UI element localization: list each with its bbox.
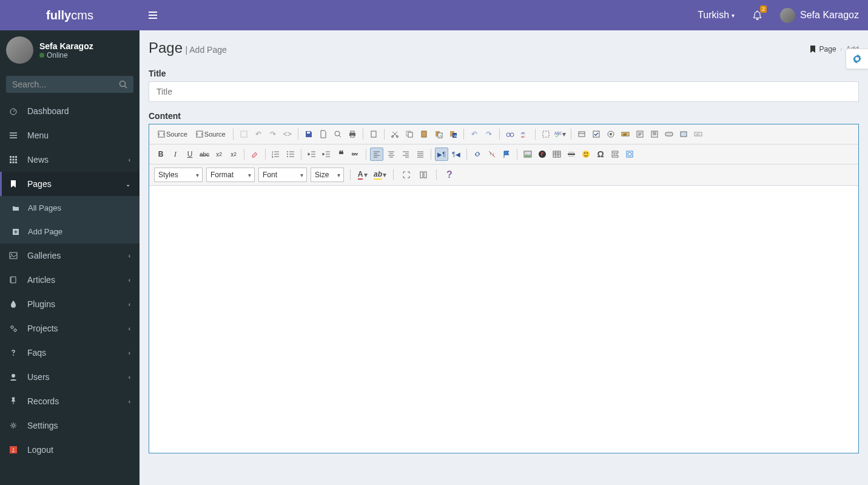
cut-button[interactable]	[388, 127, 402, 141]
indent-button[interactable]	[320, 148, 333, 161]
subscript-button[interactable]: x2	[212, 148, 226, 161]
search-icon[interactable]	[119, 80, 127, 89]
selectall-button[interactable]	[539, 127, 553, 141]
user-menu[interactable]: Sefa Karagoz	[771, 0, 868, 30]
checkbox-button[interactable]	[590, 127, 603, 141]
hr-button[interactable]	[565, 148, 578, 161]
sidebar-item-logout[interactable]: Logout	[0, 438, 140, 462]
div-button[interactable]: DIV	[349, 148, 362, 161]
strike-button[interactable]: abc	[198, 148, 211, 161]
textcolor-button[interactable]: A▾	[357, 168, 370, 181]
about-button[interactable]: ?	[443, 168, 456, 181]
paste-text-button[interactable]: A	[432, 127, 445, 141]
source-button-1[interactable]: Source	[154, 127, 191, 141]
redo-button[interactable]: ↷	[482, 127, 496, 141]
styles-dropdown[interactable]: Styles	[154, 168, 203, 182]
justify-button[interactable]	[414, 148, 427, 161]
sidebar-item-plugins[interactable]: Plugins‹	[0, 292, 140, 316]
copy-disabled-button[interactable]: ↷	[266, 127, 280, 141]
select-button[interactable]	[648, 127, 661, 141]
smiley-button[interactable]	[579, 148, 593, 161]
paste-button[interactable]	[417, 127, 431, 141]
sidebar-item-articles[interactable]: Articles‹	[0, 268, 140, 292]
blockquote-button[interactable]: ❝	[334, 148, 348, 161]
paste-word-button[interactable]: W	[446, 127, 460, 141]
image-button[interactable]	[521, 148, 534, 161]
form-button[interactable]	[575, 127, 588, 141]
maximize-button[interactable]	[400, 168, 413, 181]
sidebar-item-news[interactable]: News‹	[0, 148, 140, 172]
imagebutton-button[interactable]	[677, 127, 690, 141]
source-button-2[interactable]: Source	[192, 127, 229, 141]
print-button[interactable]	[346, 127, 359, 141]
pagebreak-button[interactable]	[608, 148, 622, 161]
newpage-button[interactable]	[317, 127, 330, 141]
bold-button[interactable]: B	[154, 148, 167, 161]
bgcolor-button[interactable]: ab▾	[374, 168, 387, 181]
sidebar-toggle-button[interactable]	[140, 0, 166, 30]
editor-content-area[interactable]	[149, 186, 858, 453]
specialchar-button[interactable]: Ω	[594, 148, 607, 161]
link-button[interactable]	[471, 148, 484, 161]
outdent-button[interactable]	[305, 148, 318, 161]
alignleft-button[interactable]	[370, 148, 383, 161]
sidebar-item-projects[interactable]: Projects‹	[0, 316, 140, 341]
sidebar-item-pages[interactable]: Pages⌄	[0, 172, 140, 196]
language-selector[interactable]: Turkish ▾	[688, 0, 744, 30]
alignright-button[interactable]	[399, 148, 412, 161]
breadcrumb-page[interactable]: Page	[819, 45, 836, 53]
bulletlist-button[interactable]	[284, 148, 297, 161]
content-label: Content	[149, 111, 859, 121]
removeformat-button[interactable]	[248, 148, 261, 161]
replace-button[interactable]: abac	[518, 127, 531, 141]
aligncenter-button[interactable]	[385, 148, 398, 161]
save-button[interactable]	[302, 127, 315, 141]
ltr-button[interactable]: ▶¶	[435, 148, 448, 161]
undo-button[interactable]: ↶	[468, 127, 481, 141]
find-button[interactable]	[503, 127, 517, 141]
font-dropdown[interactable]: Font	[258, 168, 307, 182]
code-button[interactable]: <>	[281, 127, 294, 141]
copy-icon	[405, 130, 414, 138]
sidebar-item-menu[interactable]: Menu	[0, 123, 140, 148]
unlink-button[interactable]	[485, 148, 499, 161]
sidebar-item-galleries[interactable]: Galleries‹	[0, 243, 140, 268]
superscript-button[interactable]: x2	[227, 148, 240, 161]
search-input[interactable]	[12, 80, 119, 89]
format-dropdown[interactable]: Format	[206, 168, 255, 182]
templates-button[interactable]	[237, 127, 251, 141]
flash-button[interactable]	[536, 148, 549, 161]
copy-button[interactable]	[403, 127, 416, 141]
sidebar-item-records[interactable]: Records‹	[0, 389, 140, 413]
textfield-icon: abl	[621, 130, 630, 138]
sidebar-item-users[interactable]: Users‹	[0, 365, 140, 389]
sidebar-subitem-all-pages[interactable]: All Pages	[0, 196, 140, 220]
templates2-button[interactable]	[367, 127, 380, 141]
radio-button[interactable]	[604, 127, 617, 141]
numberedlist-button[interactable]: 123	[269, 148, 283, 161]
underline-button[interactable]: U	[183, 148, 197, 161]
iframe-button[interactable]	[623, 148, 636, 161]
italic-button[interactable]: I	[169, 148, 182, 161]
brand-logo[interactable]: fullycms	[0, 8, 140, 22]
anchor-button[interactable]	[500, 148, 513, 161]
spellcheck-button[interactable]: ABC▾	[554, 127, 567, 141]
sidebar-item-faqs[interactable]: Faqs‹	[0, 341, 140, 365]
sidebar-item-dashboard[interactable]: Dashboard	[0, 99, 140, 123]
textarea-button[interactable]	[633, 127, 647, 141]
sidebar-subitem-add-page[interactable]: Add Page	[0, 220, 140, 243]
settings-floating-button[interactable]	[846, 49, 868, 69]
rtl-button[interactable]: ¶◀	[449, 148, 463, 161]
preview-button[interactable]	[331, 127, 345, 141]
sidebar-item-settings[interactable]: Settings	[0, 413, 140, 438]
button-button[interactable]	[662, 127, 676, 141]
textfield-button[interactable]: abl	[619, 127, 632, 141]
table-button[interactable]	[550, 148, 564, 161]
cut-disabled-button[interactable]: ↶	[252, 127, 265, 141]
title-input[interactable]	[149, 81, 859, 102]
notifications-button[interactable]: 2	[744, 0, 771, 30]
indent-icon	[322, 150, 331, 158]
hiddenfield-button[interactable]: abl	[691, 127, 705, 141]
showblocks-button[interactable]	[417, 168, 430, 181]
size-dropdown[interactable]: Size	[311, 168, 344, 182]
